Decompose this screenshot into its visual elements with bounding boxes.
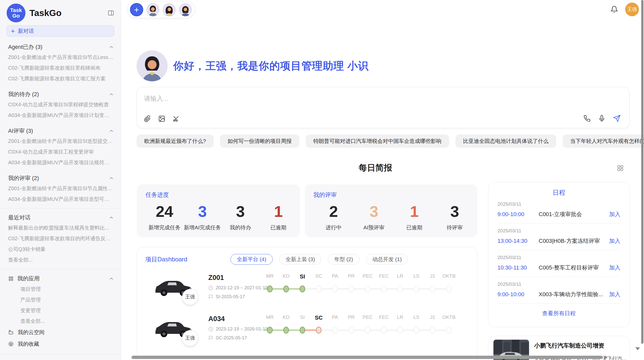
stat-overdue: 1 已逾期: [259, 201, 297, 231]
event-date: 2025/03/11: [497, 255, 620, 260]
list-item[interactable]: Z001-全新燃油轻卡产品开发项目SI节点属性5D文件评审: [0, 183, 121, 194]
milestone-dots: [262, 327, 457, 334]
list-item[interactable]: 解释最新出台的欧盟报废车法规再生塑料比例被调至15%...: [0, 222, 121, 233]
join-link[interactable]: 加入: [609, 264, 620, 272]
list-item[interactable]: C0X4-动力总成开发项目SI里程碑提交物检查: [0, 99, 121, 110]
view-all-schedule-link[interactable]: 查看所有日程: [497, 310, 620, 317]
join-link[interactable]: 加入: [609, 211, 620, 218]
chevron-up-icon[interactable]: [109, 92, 114, 97]
scissors-icon[interactable]: [172, 115, 180, 122]
sidebar-item-project-mgmt[interactable]: 项目管理: [0, 284, 121, 294]
join-link[interactable]: 加入: [609, 237, 620, 245]
avatar[interactable]: [163, 3, 176, 16]
sidebar-item-change-mgmt[interactable]: 变更管理: [0, 305, 121, 316]
microphone-icon[interactable]: [598, 115, 605, 122]
stat-value: 1: [394, 201, 435, 222]
tab-new-platform[interactable]: 全新平台 (4): [230, 254, 273, 265]
list-item[interactable]: 公司Q3轻卡销量: [0, 244, 121, 254]
image-upload-icon[interactable]: [158, 115, 165, 122]
plus-icon: +: [11, 28, 15, 34]
horizontal-scrollbar[interactable]: [131, 356, 603, 359]
scroll-down-arrow[interactable]: [635, 347, 640, 350]
list-item[interactable]: Z001-全新燃油皮卡产品开发项目SI节点Lesson Learn报告: [0, 52, 121, 63]
milestone-label: LR: [392, 273, 408, 280]
milestone-label: SI: [294, 314, 311, 321]
section-header-my-todo[interactable]: 我的待办 (2): [0, 89, 121, 99]
section-header-my-review[interactable]: 我的评审 (2): [0, 173, 121, 183]
milestone-label: MR: [262, 273, 278, 280]
list-item[interactable]: Z001-全新燃油轻卡产品开发项目SI造型提交物评审: [0, 136, 121, 146]
chevron-up-icon[interactable]: [109, 276, 114, 281]
project-row[interactable]: 王强 Z001 2023-12-19 ~ 2027-01-19 S: [145, 273, 477, 306]
sidebar-item-favorites[interactable]: 我的收藏: [0, 338, 121, 350]
list-item[interactable]: C0X4-动力总成开发项目工程变更评审: [0, 146, 121, 157]
event-name: C003|H0B-方案冻结评审: [539, 237, 600, 245]
join-link[interactable]: 加入: [609, 291, 620, 298]
section-ai-review: AI评审 (3) Z001-全新燃油轻卡产品开发项目SI造型提交物评审 C0X4…: [0, 126, 121, 168]
suggestion-chip[interactable]: 比亚迪全固态电池计划具体说了什么: [456, 134, 556, 148]
view-all-conversations[interactable]: 查看全部...: [0, 254, 121, 265]
milestone-label: PR: [343, 273, 359, 280]
voice-call-icon[interactable]: [583, 115, 591, 122]
user-avatar[interactable]: 王强: [625, 3, 639, 16]
sidebar-item-ai-staff[interactable]: AI超级员工: [0, 358, 121, 360]
section-header-my-apps[interactable]: 我的应用: [0, 274, 121, 284]
milestone-labels: MRKOSISCPAPRPECFECLRLSJ1OKTB: [262, 273, 460, 280]
section-header-agent-done[interactable]: Agent已办 (3): [0, 42, 121, 52]
list-item[interactable]: A034-全新新能源MUV产品开发项目造型可行性评审: [0, 194, 121, 204]
clock-icon: [208, 327, 213, 332]
list-item[interactable]: C02-飞腾新能源轻客改款项目的闭环通告反馈情况: [0, 233, 121, 244]
taskgo-logo: Task Go: [7, 4, 25, 22]
section-header-recent[interactable]: 最近对话: [0, 213, 121, 222]
section-header-ai-review[interactable]: AI评审 (3): [0, 126, 121, 136]
layout-grid-icon[interactable]: [617, 164, 624, 172]
list-item-label: 产品管理: [20, 296, 41, 303]
section-agent-done: Agent已办 (3) Z001-全新燃油皮卡产品开发项目SI节点Lesson …: [0, 42, 121, 84]
chevron-up-icon[interactable]: [109, 175, 114, 181]
sidebar: Task Go TaskGo + 新对话 Agent已办 (3) Z001-全新…: [0, 0, 121, 360]
avatar[interactable]: [179, 3, 192, 16]
suggestion-chip[interactable]: 如何写一份清晰的项目周报: [220, 134, 299, 148]
sidebar-item-product-mgmt[interactable]: 产品管理: [0, 294, 121, 305]
new-chat-button[interactable]: + 新对话: [7, 25, 114, 37]
milestone-dot: [446, 327, 452, 334]
input-tools-right: [583, 115, 621, 122]
project-row[interactable]: 王强 A034 2023-12-19 ~ 2026-01-19 S: [145, 314, 477, 347]
notification-bell-icon[interactable]: [610, 6, 618, 13]
tab-powertrain[interactable]: 动总开发 (1): [366, 254, 408, 265]
chevron-up-icon[interactable]: [109, 215, 114, 220]
list-item[interactable]: A034-全新新能源MUV产品开发项目法规符合性评审: [0, 157, 121, 168]
schedule-title: 日程: [497, 188, 620, 197]
add-agent-button[interactable]: +: [130, 3, 143, 16]
milestone-dot: [348, 327, 354, 334]
milestone-dot: [365, 327, 370, 334]
list-item[interactable]: C02-飞腾新能源轻客改款项目立项汇报方案: [0, 73, 121, 84]
view-all-apps[interactable]: 查看全部...: [0, 316, 121, 326]
project-info: A034 2023-12-19 ~ 2026-01-19 SC-2025-05-…: [196, 314, 260, 347]
milestone-dot-overdue: [316, 327, 321, 334]
tab-new-body[interactable]: 全新上装 (3): [279, 254, 321, 265]
sidebar-item-cloud-space[interactable]: 我的云空间: [0, 326, 121, 338]
sidebar-collapse-icon[interactable]: [108, 10, 114, 16]
chat-input[interactable]: [144, 93, 500, 104]
chevron-up-icon[interactable]: [109, 44, 114, 50]
list-item-label: C02-飞腾新能源轻客改款项目的闭环通告反馈情况: [8, 235, 114, 242]
attachment-icon[interactable]: [144, 115, 151, 122]
dates-text: 2023-12-19 ~ 2026-01-19: [216, 326, 268, 332]
suggestion-chip[interactable]: 欧洲新规最近颁布了什么?: [137, 134, 214, 148]
scroll-right-arrow[interactable]: [605, 355, 608, 359]
send-icon[interactable]: [613, 115, 621, 122]
stat-value: 24: [145, 201, 183, 222]
suggestion-chip[interactable]: 特朗普可能对进口汽车增税会对中国车企造成哪些影响: [306, 134, 449, 148]
list-item[interactable]: C02-飞腾新能源轻客改款项目里程碑画布: [0, 63, 121, 73]
vertical-scrollbar[interactable]: [641, 0, 643, 344]
chevron-up-icon[interactable]: [109, 128, 114, 134]
list-item[interactable]: A034-全新新能源MUV产品开发项目计划变更表编写: [0, 110, 121, 121]
avatar[interactable]: [146, 3, 159, 16]
milestone-dot-done: [283, 286, 289, 292]
tab-model-year[interactable]: 年型 (2): [328, 254, 359, 265]
list-item-label: 查看全部...: [8, 257, 33, 263]
suggestion-chip[interactable]: 当下年轻人对汽车外观有怎样的喜好趋势: [563, 134, 644, 148]
milestone-label: PR: [343, 314, 359, 321]
list-item-label: 我的云空间: [18, 329, 45, 336]
